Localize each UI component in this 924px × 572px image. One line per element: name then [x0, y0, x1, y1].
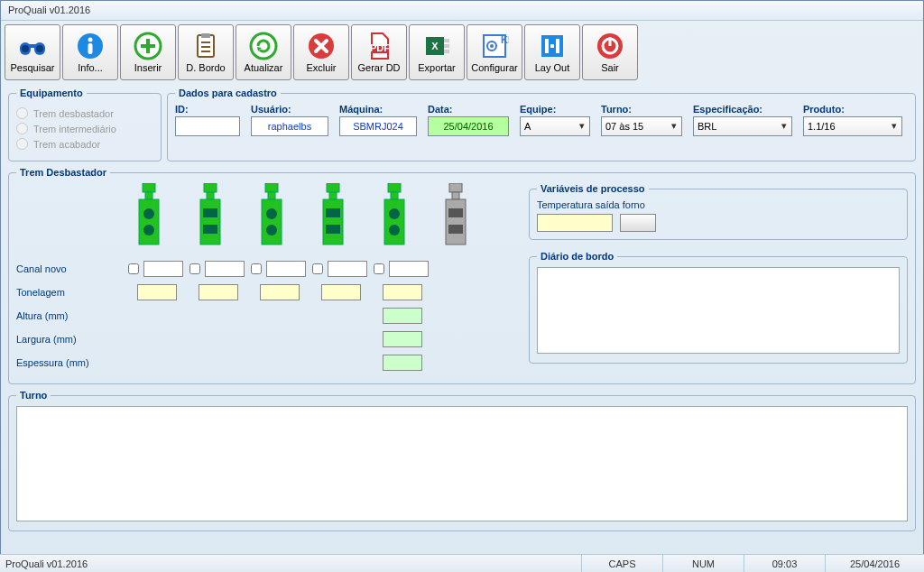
- svg-point-49: [266, 208, 277, 219]
- ton-box-5[interactable]: [383, 284, 422, 300]
- turno-textarea[interactable]: [16, 406, 908, 521]
- svg-point-27: [490, 44, 494, 48]
- usuario-label: Usuário:: [251, 104, 328, 115]
- svg-point-4: [36, 45, 43, 52]
- canal-chk-1[interactable]: [128, 263, 139, 274]
- svg-point-16: [251, 33, 276, 59]
- ton-box-2[interactable]: [199, 284, 238, 300]
- esp-box-5[interactable]: [383, 355, 422, 371]
- usuario-input[interactable]: [251, 116, 328, 136]
- maquina-input[interactable]: [339, 116, 417, 136]
- stand-1[interactable]: [134, 183, 164, 250]
- alt-box-5[interactable]: [383, 308, 422, 324]
- svg-rect-61: [449, 183, 462, 192]
- stand-6[interactable]: [440, 183, 471, 250]
- radio-trem-desbastador[interactable]: Trem desbastador: [16, 107, 153, 119]
- svg-rect-12: [201, 33, 210, 38]
- canal-box-1[interactable]: [143, 261, 183, 277]
- temp-label: Temperatura saída forno: [537, 199, 900, 210]
- refresh-icon: [249, 32, 278, 60]
- exportar-button[interactable]: X Exportar: [409, 24, 465, 80]
- espec-select[interactable]: [693, 116, 792, 136]
- svg-rect-22: [444, 39, 449, 42]
- equipe-label: Equipe:: [520, 104, 590, 115]
- produto-select[interactable]: [803, 116, 902, 136]
- canal-chk-2[interactable]: [189, 263, 200, 274]
- diario-legend: Diário de bordo: [537, 251, 617, 262]
- svg-rect-54: [326, 208, 340, 217]
- ton-box-3[interactable]: [260, 284, 300, 300]
- info-button[interactable]: Info...: [62, 24, 118, 80]
- canal-box-4[interactable]: [328, 261, 367, 277]
- id-input[interactable]: [175, 116, 240, 136]
- dbordo-button[interactable]: D. Bordo: [178, 24, 234, 80]
- data-label: Data:: [428, 104, 509, 115]
- turno-legend: Turno: [16, 390, 51, 401]
- status-time: 09:03: [744, 555, 825, 572]
- main-toolbar: Pesquisar Info... Inserir D. Bordo Atual…: [1, 21, 923, 84]
- status-app: ProQuali v01.2016: [0, 558, 581, 569]
- ton-box-1[interactable]: [137, 284, 177, 300]
- canal-chk-4[interactable]: [312, 263, 323, 274]
- window-title: ProQuali v01.2016: [8, 5, 90, 15]
- svg-rect-58: [384, 199, 404, 244]
- svg-rect-48: [262, 199, 282, 244]
- canal-chk-3[interactable]: [251, 263, 262, 274]
- turno-label: Turno:: [601, 104, 682, 115]
- stand-4[interactable]: [318, 183, 348, 250]
- svg-rect-44: [203, 208, 217, 217]
- svg-rect-32: [556, 39, 559, 53]
- svg-rect-55: [326, 225, 340, 234]
- svg-rect-46: [265, 183, 278, 192]
- trem-legend: Trem Desbastador: [16, 167, 110, 178]
- stand-2[interactable]: [195, 183, 226, 250]
- gerardd-button[interactable]: PDF Gerar DD: [351, 24, 407, 80]
- excluir-button[interactable]: Excluir: [293, 24, 349, 80]
- configurar-button[interactable]: KIT Configurar: [467, 24, 522, 80]
- vars-group: Variáveis de processo Temperatura saída …: [529, 183, 908, 240]
- radio-trem-acabador[interactable]: Trem acabador: [16, 138, 153, 150]
- pesquisar-button[interactable]: Pesquisar: [5, 24, 60, 80]
- canal-box-5[interactable]: [389, 261, 429, 277]
- svg-rect-38: [139, 199, 159, 244]
- canal-box-3[interactable]: [266, 261, 306, 277]
- svg-rect-56: [388, 183, 401, 192]
- radio-trem-intermediario[interactable]: Trem intermediário: [16, 123, 153, 134]
- canal-chk-5[interactable]: [374, 263, 384, 274]
- turno-select[interactable]: [601, 116, 682, 136]
- stands-row: [16, 183, 518, 250]
- clipboard-icon: [191, 32, 220, 60]
- id-label: ID:: [175, 104, 240, 115]
- layout-button[interactable]: Lay Out: [524, 24, 580, 80]
- svg-point-3: [22, 45, 29, 52]
- data-input[interactable]: [428, 116, 509, 136]
- inserir-button[interactable]: Inserir: [120, 24, 176, 80]
- svg-rect-37: [145, 192, 152, 199]
- stand-5[interactable]: [379, 183, 410, 250]
- status-date: 25/04/2016: [825, 555, 924, 572]
- power-icon: [596, 32, 624, 60]
- equipe-select[interactable]: [520, 116, 590, 136]
- equipamento-group: Equipamento Trem desbastador Trem interm…: [8, 88, 162, 161]
- larg-box-5[interactable]: [383, 331, 422, 347]
- temp-output[interactable]: [537, 214, 613, 232]
- diario-textarea[interactable]: [537, 267, 900, 354]
- temp-button[interactable]: [620, 214, 656, 232]
- svg-rect-53: [323, 199, 343, 244]
- info-icon: [76, 32, 105, 60]
- svg-rect-41: [204, 183, 217, 192]
- svg-rect-65: [448, 225, 463, 234]
- svg-rect-45: [203, 225, 217, 234]
- svg-text:PDF: PDF: [370, 42, 390, 53]
- atualizar-button[interactable]: Atualizar: [236, 24, 291, 80]
- canal-box-2[interactable]: [205, 261, 245, 277]
- row-ton: Tonelagem: [16, 281, 518, 304]
- ton-box-4[interactable]: [321, 284, 361, 300]
- diario-group: Diário de bordo: [529, 251, 908, 364]
- svg-rect-30: [545, 39, 549, 53]
- svg-rect-47: [268, 192, 275, 199]
- excel-icon: X: [422, 32, 451, 60]
- sair-button[interactable]: Sair: [582, 24, 638, 80]
- row-esp: Espessura (mm): [16, 351, 518, 374]
- stand-3[interactable]: [256, 183, 287, 250]
